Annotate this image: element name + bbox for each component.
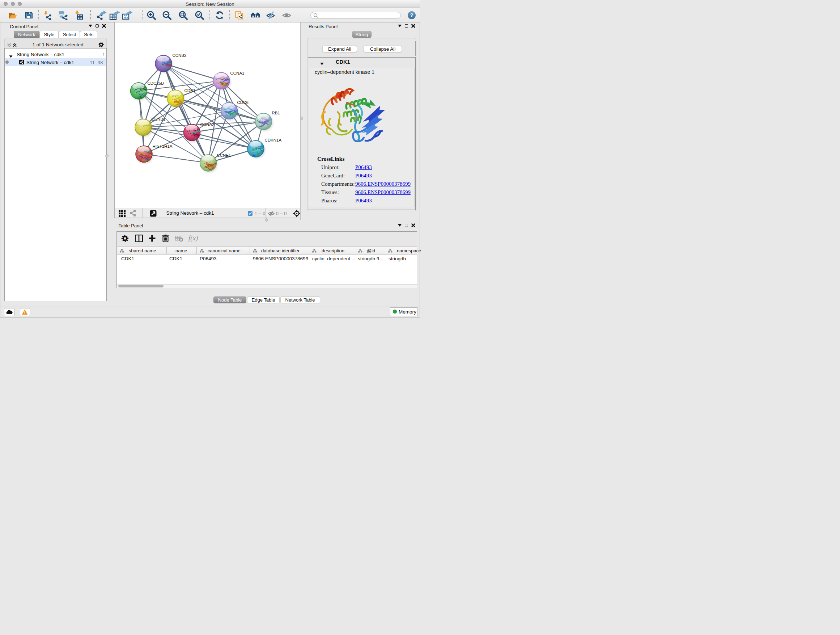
svg-text:CDK1: CDK1 <box>184 88 195 93</box>
svg-text:CCNE1: CCNE1 <box>217 153 231 157</box>
svg-text:RB1: RB1 <box>272 111 279 115</box>
svg-text:CDC6: CDC6 <box>237 100 248 105</box>
svg-text:CCNB2: CCNB2 <box>172 53 186 57</box>
svg-text:CCNB1: CCNB1 <box>151 117 165 121</box>
svg-text:CDC25B: CDC25B <box>147 81 164 86</box>
svg-text:CCNA1: CCNA1 <box>230 71 244 75</box>
svg-text:HIST1H1A: HIST1H1A <box>152 144 172 149</box>
svg-text:CCNA2: CCNA2 <box>200 122 214 127</box>
svg-text:CDKN1A: CDKN1A <box>264 138 281 142</box>
